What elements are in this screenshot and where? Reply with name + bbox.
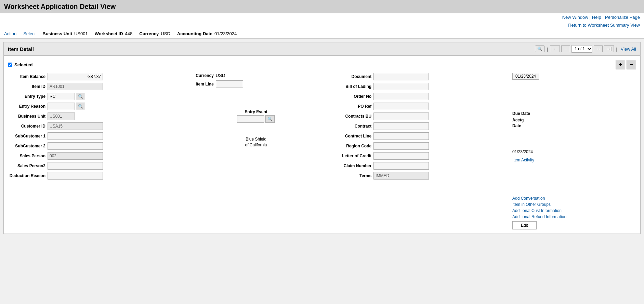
form-col-1: Item Balance Item ID Entry Type 🔍 xyxy=(8,73,182,229)
contracts-bu-input[interactable] xyxy=(373,113,429,120)
additional-cust-info-link[interactable]: Additional Cust Information xyxy=(512,208,636,213)
form-col-2: Currency USD Item Line Entry Event xyxy=(182,73,330,229)
add-remove-buttons: + − xyxy=(616,60,636,69)
edit-button-row: Edit xyxy=(512,221,636,229)
sales-person2-input[interactable] xyxy=(48,162,103,170)
item-detail-title: Item Detail xyxy=(8,46,34,52)
po-ref-input[interactable] xyxy=(373,103,429,110)
contract-line-row: Contract Line xyxy=(334,132,504,140)
contracts-bu-label: Contracts BU xyxy=(334,114,371,119)
subcustomer2-label: SubCustomer 2 xyxy=(8,144,45,148)
region-code-input[interactable] xyxy=(373,142,429,150)
contract-line-input[interactable] xyxy=(373,132,429,140)
claim-number-input[interactable] xyxy=(373,162,429,170)
next-page-button[interactable]: → xyxy=(594,45,603,52)
subcustomer2-input[interactable] xyxy=(48,142,103,150)
selected-checkbox[interactable] xyxy=(8,63,12,67)
additional-refund-info-link[interactable]: Additional Refund Information xyxy=(512,214,636,219)
accounting-date-label: Accounting Date xyxy=(177,31,212,36)
document-input[interactable] xyxy=(373,73,429,80)
currency-label: Currency xyxy=(139,31,159,36)
accounting-date-value: 01/23/2024 xyxy=(214,31,237,36)
item-activity-link[interactable]: Item Activity xyxy=(512,158,636,162)
item-id-label: Item ID xyxy=(8,84,45,89)
entry-event-input[interactable] xyxy=(237,115,264,123)
po-ref-label: PO Ref xyxy=(334,104,371,109)
personalize-link[interactable]: Personalize Page xyxy=(605,15,640,20)
terms-input[interactable] xyxy=(373,172,429,180)
deduction-reason-label: Deduction Reason xyxy=(8,173,45,178)
return-link-container: Return to Worksheet Summary View xyxy=(0,21,644,29)
order-no-input[interactable] xyxy=(373,93,429,100)
currency-value-display: USD xyxy=(216,73,225,78)
add-conversation-link[interactable]: Add Conversation xyxy=(512,196,636,201)
item-line-row: Item Line xyxy=(186,80,326,88)
last-page-button[interactable]: →| xyxy=(604,45,614,52)
item-line-label: Item Line xyxy=(186,82,214,87)
business-unit-input[interactable] xyxy=(48,113,75,120)
view-all-link[interactable]: View All xyxy=(621,47,636,52)
selected-row: Selected + − xyxy=(8,60,636,69)
subcustomer1-label: SubCustomer 1 xyxy=(8,134,45,138)
spacer-r7 xyxy=(512,177,636,186)
add-row-button[interactable]: + xyxy=(616,60,625,69)
subcustomer2-row: SubCustomer 2 xyxy=(8,142,178,150)
page-select[interactable]: 1 of 1 xyxy=(571,45,592,53)
currency-value: USD xyxy=(161,31,170,36)
help-link[interactable]: Help xyxy=(592,15,601,20)
bill-of-lading-input[interactable] xyxy=(373,83,429,90)
prev-page-button[interactable]: ← xyxy=(561,45,570,52)
contract-input[interactable] xyxy=(373,122,429,130)
deduction-reason-input[interactable] xyxy=(48,172,103,180)
toolbar-action: Action xyxy=(4,31,16,36)
entry-reason-search-button[interactable]: 🔍 xyxy=(76,103,85,110)
item-balance-input[interactable] xyxy=(48,73,103,80)
toolbar-currency: Currency USD xyxy=(139,31,170,36)
sales-person-input[interactable] xyxy=(48,152,103,160)
entry-type-search-button[interactable]: 🔍 xyxy=(76,93,85,100)
item-id-row: Item ID xyxy=(8,83,178,90)
select-link[interactable]: Select xyxy=(23,31,36,36)
entry-reason-input[interactable] xyxy=(48,103,75,110)
remove-row-button[interactable]: − xyxy=(627,60,636,69)
new-window-link[interactable]: New Window xyxy=(562,15,588,20)
item-in-other-groups-link[interactable]: Item in Other Groups xyxy=(512,202,636,207)
entry-reason-row: Entry Reason 🔍 xyxy=(8,103,178,110)
edit-button[interactable]: Edit xyxy=(512,221,537,229)
return-to-worksheet-link[interactable]: Return to Worksheet Summary View xyxy=(568,23,640,28)
spacer-r4 xyxy=(512,130,636,140)
business-unit-value: US001 xyxy=(74,31,88,36)
first-page-button[interactable]: |← xyxy=(550,45,560,52)
toolbar-business-unit: Business Unit US001 xyxy=(42,31,88,36)
date-mid-display: 01/23/2024 xyxy=(512,149,533,154)
entry-type-input[interactable] xyxy=(48,93,75,100)
form-col-3: Document Bill of Lading Order No PO Ref xyxy=(330,73,508,229)
subcustomer1-input[interactable] xyxy=(48,132,103,140)
item-detail-header: Item Detail 🔍 | |← ← 1 of 1 → →| | View … xyxy=(4,42,640,56)
spacer-r8 xyxy=(512,186,636,196)
acctg-date-label: AcctgDate xyxy=(512,118,524,128)
entry-event-search-button[interactable]: 🔍 xyxy=(265,115,275,123)
action-link[interactable]: Action xyxy=(4,31,16,36)
entry-type-field: 🔍 xyxy=(48,93,85,100)
spacer-r3 xyxy=(512,101,636,111)
worksheet-id-label: Worksheet ID xyxy=(95,31,123,36)
customer-id-input[interactable] xyxy=(48,122,103,130)
due-date-section: Due Date xyxy=(512,111,636,116)
terms-row: Terms xyxy=(334,172,504,180)
date-top-display: 01/23/2024 xyxy=(512,73,539,80)
contracts-bu-row: Contracts BU xyxy=(334,113,504,120)
order-no-label: Order No xyxy=(334,94,371,99)
claim-number-row: Claim Number xyxy=(334,162,504,170)
item-id-input[interactable] xyxy=(48,83,103,90)
selected-check: Selected xyxy=(8,62,32,67)
page-title: Worksheet Application Detail View xyxy=(0,0,644,13)
item-line-input[interactable] xyxy=(216,80,243,88)
search-button[interactable]: 🔍 xyxy=(535,45,545,52)
letter-of-credit-row: Letter of Credit xyxy=(334,152,504,160)
document-row: Document xyxy=(334,73,504,80)
letter-of-credit-input[interactable] xyxy=(373,152,429,160)
date-top-row: 01/23/2024 xyxy=(512,73,636,80)
spacer-3 xyxy=(186,125,326,135)
sales-person-row: Sales Person xyxy=(8,152,178,160)
